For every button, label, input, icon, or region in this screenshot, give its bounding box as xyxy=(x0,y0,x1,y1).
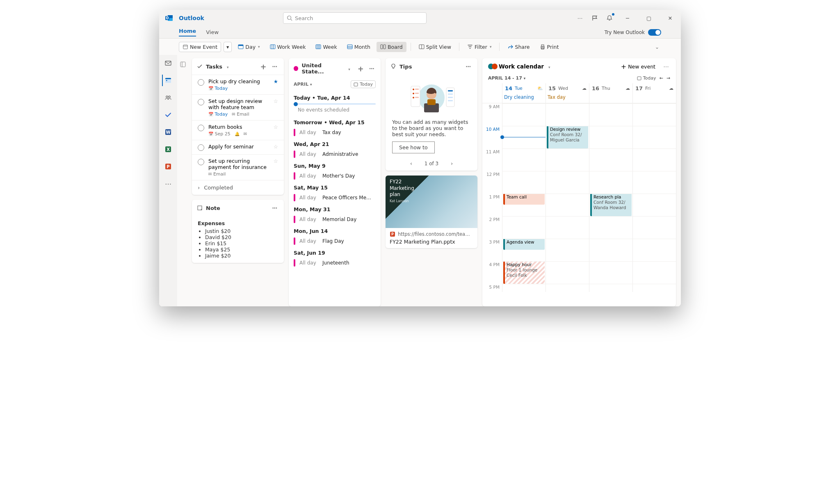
split-view[interactable]: Split View xyxy=(415,42,455,52)
allday-event[interactable]: Dry cleaning xyxy=(504,94,544,100)
star-icon[interactable]: ☆ xyxy=(274,124,278,130)
tips-more[interactable]: ⋯ xyxy=(464,62,472,71)
agenda-event[interactable]: All dayAdministrative xyxy=(294,149,376,160)
rail-todo[interactable] xyxy=(162,109,173,121)
tasks-chevron[interactable] xyxy=(226,64,229,70)
star-icon[interactable]: ☆ xyxy=(274,98,278,104)
rail-powerpoint[interactable]: P xyxy=(162,161,173,172)
task-item[interactable]: Apply for seminar☆ xyxy=(192,140,284,154)
star-icon[interactable]: ☆ xyxy=(274,158,278,164)
tasks-card: Tasks + ⋯ Pick up dry cleaning📅 Today★Se… xyxy=(192,58,284,195)
task-checkbox[interactable] xyxy=(198,79,204,86)
completed-row[interactable]: › Completed xyxy=(192,180,284,195)
calendar-event[interactable]: Design reviewConf Room 32/ Miguel Garcia xyxy=(547,126,588,148)
task-checkbox[interactable] xyxy=(198,125,204,131)
print-button[interactable]: Print xyxy=(536,42,563,52)
day-header[interactable]: 16Thu☁ xyxy=(589,83,632,93)
pager-next[interactable]: › xyxy=(451,161,453,166)
agenda-add[interactable]: + xyxy=(357,64,365,73)
calendar-timegrid[interactable]: 9 AM10 AM11 AM12 PM1 PM2 PM3 PM4 PM5 PM … xyxy=(482,103,676,292)
allday-event[interactable]: Tax day xyxy=(548,94,587,100)
agenda-day-header: Sun, May 9 xyxy=(294,163,376,169)
timegrid-column[interactable]: Research plaConf Room 32/ Wanda Howard xyxy=(589,103,632,292)
tasks-more[interactable]: ⋯ xyxy=(271,62,279,71)
new-event-button[interactable]: New Event xyxy=(179,42,221,52)
svg-rect-25 xyxy=(541,45,544,46)
task-item[interactable]: Return books📅 Sep 25🔔 ✉ ☆ xyxy=(192,120,284,140)
more-icon[interactable]: ⋯ xyxy=(576,14,584,22)
agenda-chevron[interactable] xyxy=(347,66,350,72)
agenda-event[interactable]: All dayMother's Day xyxy=(294,171,376,181)
view-week[interactable]: Week xyxy=(312,42,340,52)
task-checkbox[interactable] xyxy=(198,144,204,151)
share-button[interactable]: Share xyxy=(504,42,533,52)
calendar-event[interactable]: Happy hourFloor 1 lounge Cecil Folk xyxy=(503,261,545,284)
agenda-list[interactable]: Today • Tue, Apr 14No events scheduledTo… xyxy=(289,91,381,306)
tips-cta-button[interactable]: See how to xyxy=(392,141,435,153)
add-task-button[interactable]: + xyxy=(259,62,267,71)
board-icon xyxy=(380,44,386,50)
agenda-event[interactable]: All dayPeace Officers Me... xyxy=(294,192,376,203)
calendar-event[interactable]: Research plaConf Room 32/ Wanda Howard xyxy=(590,194,632,216)
calendar-event[interactable]: Team call xyxy=(503,194,545,205)
view-workweek[interactable]: Work Week xyxy=(266,42,310,52)
rail-word[interactable]: W xyxy=(162,126,173,138)
timegrid-column[interactable]: Design reviewConf Room 32/ Miguel Garcia xyxy=(546,103,589,292)
calendar-prev[interactable]: ← xyxy=(660,75,663,81)
tab-view[interactable]: View xyxy=(206,29,219,35)
note-more[interactable]: ⋯ xyxy=(271,204,279,212)
view-month[interactable]: Month xyxy=(343,42,374,52)
note-body[interactable]: Expenses Justin $20David $20Erin $15Maya… xyxy=(192,216,284,263)
calendar-chevron[interactable] xyxy=(547,63,550,70)
agenda-today-button[interactable]: Today xyxy=(351,80,376,88)
notifications-icon[interactable] xyxy=(605,14,614,22)
timegrid-column[interactable]: Team callAgenda viewHappy hourFloor 1 lo… xyxy=(502,103,546,292)
rail-more[interactable]: ⋯ xyxy=(162,178,173,189)
file-card[interactable]: FY22 Marketing planKat Larsson P https:/… xyxy=(386,176,477,248)
agenda-month[interactable]: APRIL ▾ xyxy=(294,82,312,87)
task-item[interactable]: Set up design review with feature team📅 … xyxy=(192,94,284,120)
task-checkbox[interactable] xyxy=(198,159,204,165)
task-checkbox[interactable] xyxy=(198,99,204,105)
pager-prev[interactable]: ‹ xyxy=(410,161,412,166)
maximize-button[interactable]: ▢ xyxy=(641,12,656,24)
ribbon-chevron-icon[interactable]: ⌄ xyxy=(653,43,661,51)
star-icon[interactable]: ☆ xyxy=(274,144,278,150)
search-input[interactable]: Search xyxy=(283,12,427,24)
try-new-toggle[interactable] xyxy=(648,29,661,36)
day-header[interactable]: 17Fri☁ xyxy=(633,83,676,93)
new-event-split[interactable]: ▾ xyxy=(224,42,232,52)
calendar-new-event[interactable]: +New event xyxy=(621,63,655,71)
svg-point-48 xyxy=(413,89,414,90)
calendar-today-button[interactable]: Today xyxy=(637,75,656,81)
rail-calendar[interactable] xyxy=(162,75,173,86)
agenda-more[interactable]: ⋯ xyxy=(368,64,376,73)
agenda-event[interactable]: All dayTax day xyxy=(294,127,376,138)
timegrid-column[interactable] xyxy=(632,103,676,292)
calendar-more[interactable]: ⋯ xyxy=(662,62,670,71)
board-area: Tasks + ⋯ Pick up dry cleaning📅 Today★Se… xyxy=(177,55,681,306)
agenda-event[interactable]: All dayJuneteenth xyxy=(294,258,376,268)
collapse-toggle[interactable] xyxy=(179,58,187,306)
day-header[interactable]: 14Tue⛅ xyxy=(502,83,546,93)
todo-pane-icon[interactable] xyxy=(591,14,599,22)
rail-people[interactable] xyxy=(162,92,173,103)
day-header[interactable]: 15Wed☁ xyxy=(546,83,589,93)
filter-button[interactable]: Filter▾ xyxy=(463,42,495,52)
calendar-next[interactable]: → xyxy=(667,75,670,81)
svg-point-52 xyxy=(413,97,414,98)
rail-mail[interactable] xyxy=(162,57,173,69)
calendar-range[interactable]: APRIL 14 - 17 ▾ xyxy=(488,75,525,81)
agenda-event[interactable]: All dayFlag Day xyxy=(294,236,376,246)
calendar-event[interactable]: Agenda view xyxy=(503,239,545,250)
close-button[interactable]: ✕ xyxy=(663,12,678,24)
agenda-event[interactable]: All dayMemorial Day xyxy=(294,214,376,225)
view-day[interactable]: Day▾ xyxy=(234,42,263,52)
view-board[interactable]: Board xyxy=(377,42,406,52)
star-icon[interactable]: ★ xyxy=(274,78,278,84)
tab-home[interactable]: Home xyxy=(179,28,196,36)
rail-excel[interactable]: X xyxy=(162,144,173,155)
task-item[interactable]: Set up recurring payment for insurance✉ … xyxy=(192,154,284,180)
minimize-button[interactable]: ─ xyxy=(620,12,635,24)
task-item[interactable]: Pick up dry cleaning📅 Today★ xyxy=(192,75,284,94)
